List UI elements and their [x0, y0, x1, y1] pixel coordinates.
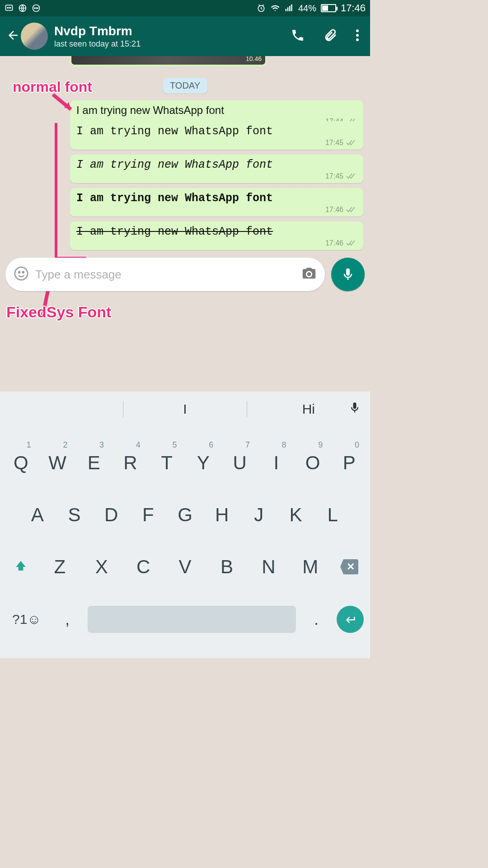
menu-button[interactable] — [356, 29, 359, 43]
alarm-icon — [257, 4, 266, 13]
svg-point-19 — [23, 272, 24, 273]
suggestion-bar: I Hi — [0, 392, 370, 427]
key-o[interactable]: O9 — [295, 452, 331, 474]
svg-point-2 — [9, 7, 9, 8]
svg-rect-10 — [286, 9, 287, 11]
message-time: 10.46 — [246, 55, 262, 62]
message-text: I am trying new WhatsApp font — [76, 192, 357, 205]
svg-point-14 — [356, 29, 359, 32]
svg-point-8 — [38, 8, 38, 9]
key-r[interactable]: R4 — [112, 452, 149, 474]
key-b[interactable]: B — [206, 556, 248, 578]
key-n[interactable]: N — [248, 556, 289, 578]
emoji-button[interactable] — [14, 266, 29, 283]
delivered-ticks-icon — [346, 240, 357, 247]
key-e[interactable]: E3 — [75, 452, 112, 474]
svg-point-17 — [15, 267, 28, 280]
svg-point-3 — [10, 7, 11, 8]
message-time: 17:45 — [325, 172, 343, 180]
message-bubble-monospace[interactable]: I am trying new WhatsApp font 17:45 — [70, 121, 363, 150]
svg-point-1 — [7, 7, 8, 8]
key-x[interactable]: X — [80, 556, 122, 578]
back-button[interactable] — [6, 28, 23, 44]
message-input[interactable]: Type a message — [5, 258, 325, 291]
contact-avatar[interactable] — [21, 23, 48, 50]
svg-point-18 — [19, 272, 20, 273]
svg-rect-12 — [289, 6, 291, 11]
svg-rect-11 — [287, 7, 289, 11]
date-separator: TODAY — [163, 78, 207, 94]
voice-record-button[interactable] — [331, 258, 365, 291]
message-bubble-strikethrough[interactable]: I am trying new WhatsApp font 17:46 — [70, 222, 363, 250]
annotation-fixedsys-font: FixedSys Font — [6, 303, 111, 321]
message-text: I am trying new WhatsApp font — [76, 125, 357, 138]
camera-button[interactable] — [301, 266, 317, 283]
shift-key[interactable] — [3, 560, 39, 574]
signal-icon — [285, 4, 294, 13]
key-j[interactable]: J — [240, 504, 277, 526]
key-q[interactable]: Q1 — [3, 452, 39, 474]
message-time: 17:46 — [325, 239, 343, 247]
key-w[interactable]: W2 — [39, 452, 76, 474]
suggestion-2[interactable]: I — [123, 401, 246, 417]
contact-name: Nvdp Tmbrm — [54, 24, 291, 38]
svg-point-15 — [356, 34, 359, 37]
key-z[interactable]: Z — [39, 556, 80, 578]
key-k[interactable]: K — [277, 504, 314, 526]
svg-point-6 — [34, 8, 35, 9]
backspace-key[interactable]: ✕ — [331, 559, 367, 575]
delivered-ticks-icon — [346, 139, 357, 146]
soft-keyboard: I Hi Q1W2E3R4T5Y6U7I8O9P0 ASDFGHJKL ZXCV… — [0, 392, 370, 658]
battery-percent: 44% — [298, 3, 316, 14]
message-text: I am trying new WhatsApp font — [76, 225, 357, 238]
notification-more-icon — [32, 4, 41, 13]
space-key[interactable] — [88, 606, 296, 633]
symbols-key[interactable]: ?1☺ — [6, 612, 47, 627]
message-time: 17:46 — [325, 206, 343, 214]
svg-rect-13 — [291, 5, 292, 11]
key-d[interactable]: D — [93, 504, 130, 526]
message-text: I am trying new WhatsApp font — [76, 104, 357, 117]
key-f[interactable]: F — [130, 504, 167, 526]
message-bubble-italic[interactable]: I am trying new WhatsApp font 17:45 — [70, 155, 363, 183]
annotation-bracket — [55, 123, 86, 259]
composer-bar: Type a message — [5, 258, 365, 291]
svg-point-16 — [356, 38, 359, 41]
key-p[interactable]: P0 — [331, 452, 367, 474]
contact-info[interactable]: Nvdp Tmbrm last seen today at 15:21 — [54, 24, 291, 49]
attach-button[interactable] — [323, 28, 338, 44]
message-text: I am trying new WhatsApp font — [76, 158, 357, 171]
message-time: 17:45 — [325, 139, 343, 147]
key-t[interactable]: T5 — [149, 452, 185, 474]
comma-key[interactable]: , — [52, 610, 83, 629]
notification-sms-icon — [5, 4, 14, 13]
keyboard-mic-button[interactable] — [348, 401, 361, 417]
key-c[interactable]: C — [122, 556, 164, 578]
chat-body[interactable]: 10.46 TODAY I am trying new WhatsApp fon… — [0, 56, 370, 392]
period-key[interactable]: . — [300, 610, 332, 629]
message-bubble-bold[interactable]: I am trying new WhatsApp font 17:46 — [70, 188, 363, 217]
key-v[interactable]: V — [164, 556, 206, 578]
chat-header: Nvdp Tmbrm last seen today at 15:21 — [0, 16, 370, 56]
key-i[interactable]: I8 — [258, 452, 295, 474]
wifi-icon — [270, 4, 280, 13]
battery-icon — [321, 4, 336, 12]
key-m[interactable]: M — [290, 556, 331, 578]
key-g[interactable]: G — [167, 504, 204, 526]
key-l[interactable]: L — [314, 504, 351, 526]
key-u[interactable]: U7 — [221, 452, 258, 474]
enter-key[interactable] — [337, 606, 364, 633]
android-status-bar: 44% 17:46 — [0, 0, 370, 16]
voice-call-button[interactable] — [291, 28, 305, 44]
key-a[interactable]: A — [19, 504, 56, 526]
notification-globe-icon — [18, 4, 27, 13]
status-time: 17:46 — [341, 2, 366, 14]
key-s[interactable]: S — [56, 504, 93, 526]
key-y[interactable]: Y6 — [185, 452, 222, 474]
svg-point-7 — [36, 8, 37, 9]
message-input-placeholder: Type a message — [35, 268, 295, 282]
key-h[interactable]: H — [203, 504, 240, 526]
previous-image-message[interactable]: 10.46 — [70, 56, 267, 66]
delivered-ticks-icon — [346, 206, 357, 213]
delivered-ticks-icon — [346, 173, 357, 180]
